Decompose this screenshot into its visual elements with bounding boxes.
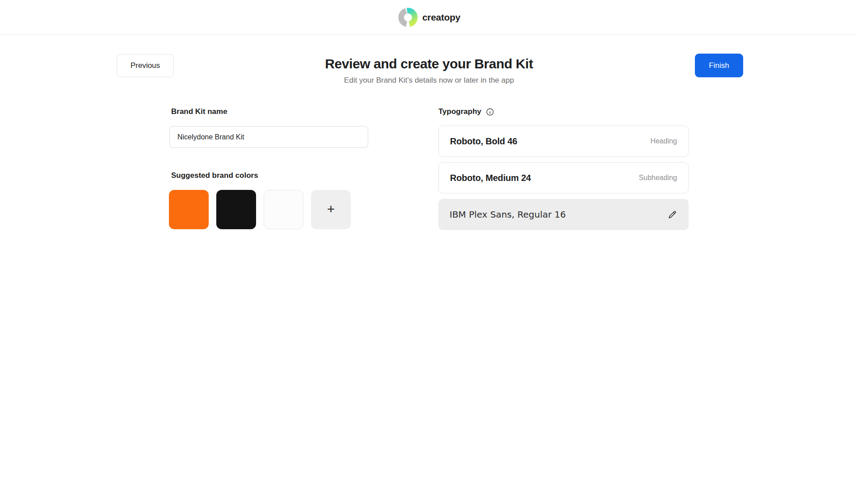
color-swatch-orange[interactable] — [169, 190, 209, 229]
app-header: creatopy — [0, 0, 858, 35]
pencil-icon — [667, 210, 677, 220]
typography-row-body[interactable]: IBM Plex Sans, Regular 16 — [438, 199, 689, 230]
add-color-button[interactable]: + — [311, 190, 351, 229]
finish-button[interactable]: Finish — [695, 54, 743, 77]
creatopy-logo-text: creatopy — [422, 12, 460, 23]
plus-icon: + — [327, 202, 335, 216]
info-icon[interactable] — [486, 108, 494, 116]
typography-header: Typography — [438, 107, 494, 116]
color-swatch-white[interactable] — [264, 190, 303, 229]
typography-row-subheading[interactable]: Roboto, Medium 24 Subheading — [438, 162, 689, 193]
typography-font-name: Roboto, Bold 46 — [450, 136, 517, 147]
typography-label: Typography — [438, 107, 481, 116]
color-swatches: + — [169, 190, 351, 229]
typography-row-heading[interactable]: Roboto, Bold 46 Heading — [438, 126, 689, 157]
brand-kit-name-input[interactable] — [169, 126, 368, 148]
brand-kit-name-label: Brand Kit name — [171, 107, 227, 116]
creatopy-logo-icon — [398, 7, 418, 28]
typography-tag: Heading — [650, 137, 677, 145]
suggested-colors-label: Suggested brand colors — [171, 171, 258, 180]
creatopy-logo: creatopy — [398, 7, 460, 28]
edit-font-button[interactable] — [667, 210, 677, 220]
typography-tag: Subheading — [639, 174, 677, 182]
typography-font-name: IBM Plex Sans, Regular 16 — [450, 209, 566, 220]
brand-kit-review-page: creatopy Previous Review and create your… — [0, 0, 858, 504]
typography-font-name: Roboto, Medium 24 — [450, 173, 531, 183]
color-swatch-black[interactable] — [216, 190, 256, 229]
